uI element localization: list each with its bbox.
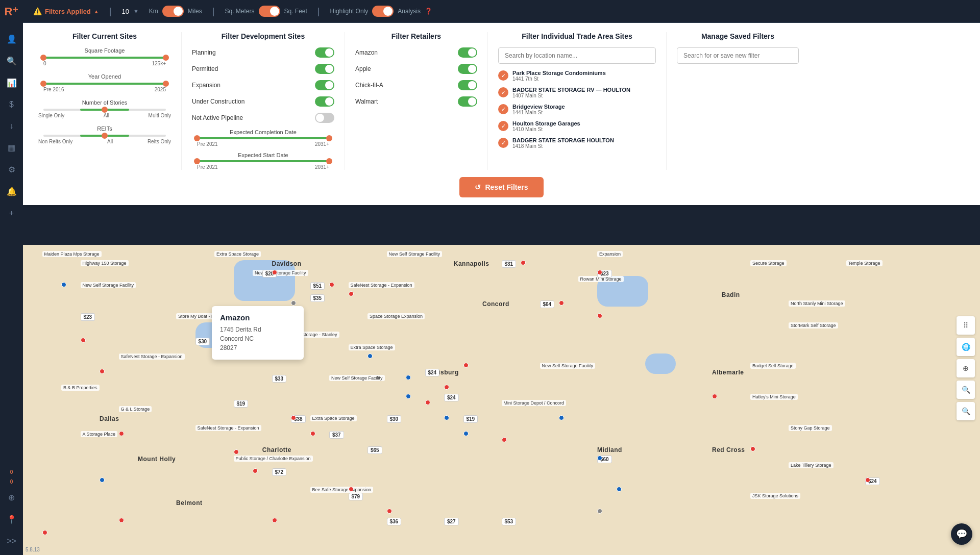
completion-max-thumb[interactable] bbox=[326, 135, 332, 141]
expansion-toggle[interactable] bbox=[315, 80, 334, 90]
map-globe-control[interactable]: 🌐 bbox=[957, 338, 975, 356]
year-min-thumb[interactable] bbox=[40, 81, 46, 87]
sidebar-arrows[interactable]: >> bbox=[3, 533, 20, 550]
pin-16[interactable] bbox=[272, 518, 277, 523]
gray-pin-2[interactable] bbox=[597, 509, 602, 514]
pin-15[interactable] bbox=[387, 509, 392, 514]
amazon-pin-9[interactable] bbox=[61, 282, 66, 287]
sq-footage-track[interactable] bbox=[43, 57, 166, 59]
chickfila-toggle[interactable] bbox=[458, 80, 477, 90]
start-max-thumb[interactable] bbox=[326, 158, 332, 164]
amazon-pin-4[interactable] bbox=[463, 431, 469, 436]
reset-filters-button[interactable]: ↺ Reset Filters bbox=[459, 177, 543, 197]
sidebar-item-layers[interactable]: ⊕ bbox=[4, 489, 19, 507]
pin-18[interactable] bbox=[119, 431, 124, 436]
sidebar-item-settings[interactable]: ⚙ bbox=[4, 161, 19, 179]
trade-check-4[interactable]: ✓ bbox=[498, 138, 508, 148]
planning-toggle[interactable] bbox=[315, 47, 334, 58]
amazon-toggle[interactable] bbox=[458, 47, 477, 58]
completion-track[interactable] bbox=[197, 137, 329, 139]
permitted-toggle[interactable] bbox=[315, 64, 334, 74]
amazon-pin-6[interactable] bbox=[559, 415, 564, 420]
map-grid-control[interactable]: ⠿ bbox=[957, 316, 975, 335]
pin-4[interactable] bbox=[559, 300, 564, 306]
amazon-pin-5[interactable] bbox=[406, 394, 411, 399]
map-store-2: Extra Space Storage bbox=[214, 251, 261, 257]
distance-value[interactable]: 10 bbox=[121, 8, 129, 15]
pin-6[interactable] bbox=[597, 270, 602, 275]
map-crosshair-control[interactable]: ⊕ bbox=[957, 359, 975, 377]
filters-applied-badge[interactable]: ⚠️ Filters Applied ▲ bbox=[33, 7, 99, 15]
chat-button[interactable]: 💬 bbox=[951, 523, 972, 545]
filter-dev-sites: Filter Development Sites Planning Permit… bbox=[181, 32, 345, 170]
map-store-16: Stony Gap Storage bbox=[789, 425, 832, 431]
stories-track[interactable] bbox=[43, 109, 166, 111]
pin-troy[interactable] bbox=[865, 477, 870, 483]
amazon-pin-2[interactable] bbox=[406, 375, 411, 380]
help-icon[interactable]: ❓ bbox=[425, 8, 432, 15]
pin-12[interactable] bbox=[234, 449, 239, 455]
pin-2[interactable] bbox=[329, 282, 334, 287]
trade-check-3[interactable]: ✓ bbox=[498, 121, 508, 131]
year-track[interactable] bbox=[43, 83, 166, 85]
sidebar-item-download[interactable]: ↓ bbox=[6, 117, 18, 135]
pin-5[interactable] bbox=[521, 260, 526, 265]
pin-21[interactable] bbox=[502, 437, 507, 442]
saved-search-input[interactable] bbox=[677, 47, 799, 64]
amazon-pin-8[interactable] bbox=[617, 487, 622, 492]
amazon-pin-3[interactable] bbox=[444, 415, 449, 420]
gray-pin-1[interactable] bbox=[291, 300, 296, 306]
reits-track[interactable] bbox=[43, 135, 166, 137]
pin-11[interactable] bbox=[310, 431, 315, 436]
pin-1[interactable] bbox=[272, 270, 277, 275]
pin-20[interactable] bbox=[81, 338, 86, 343]
trade-search-input[interactable] bbox=[498, 47, 656, 64]
construction-toggle[interactable] bbox=[315, 96, 334, 107]
pin-19[interactable] bbox=[100, 369, 105, 374]
start-track[interactable] bbox=[197, 160, 329, 162]
amazon-pin-10[interactable] bbox=[100, 477, 105, 483]
sidebar-item-grid[interactable]: ▦ bbox=[4, 139, 19, 157]
distance-dropdown[interactable]: ▼ bbox=[133, 8, 139, 14]
trade-check-0[interactable]: ✓ bbox=[498, 70, 508, 81]
pin-9[interactable] bbox=[425, 400, 430, 405]
sqm-sqft-switch[interactable] bbox=[259, 6, 280, 17]
price-33: $33 bbox=[272, 375, 287, 383]
map-zoom-in[interactable]: 🔍 bbox=[957, 381, 975, 399]
pipeline-toggle[interactable] bbox=[315, 113, 334, 123]
sq-footage-min-thumb[interactable] bbox=[40, 55, 46, 61]
pin-amazon[interactable] bbox=[597, 313, 602, 318]
pin-7[interactable] bbox=[463, 363, 469, 368]
sidebar-item-user[interactable]: 👤 bbox=[3, 30, 21, 48]
km-miles-switch[interactable] bbox=[162, 6, 184, 17]
reits-thumb[interactable] bbox=[102, 133, 108, 139]
map-container[interactable]: Davidson Kannapolis Huntersville Concord… bbox=[23, 245, 980, 555]
sidebar-item-dollar[interactable]: $ bbox=[5, 96, 18, 113]
trade-check-2[interactable]: ✓ bbox=[498, 104, 508, 114]
year-max-thumb[interactable] bbox=[163, 81, 169, 87]
sidebar-item-chart[interactable]: 📊 bbox=[3, 74, 21, 92]
amazon-pin-1[interactable] bbox=[368, 354, 373, 359]
pin-14[interactable] bbox=[349, 487, 354, 492]
start-min-thumb[interactable] bbox=[194, 158, 200, 164]
apple-toggle[interactable] bbox=[458, 64, 477, 74]
trade-address-0: 1441 7th St bbox=[512, 76, 656, 82]
pin-13[interactable] bbox=[253, 468, 258, 473]
map-zoom-out[interactable]: 🔍 bbox=[957, 402, 975, 420]
highlight-switch[interactable] bbox=[372, 6, 394, 17]
sidebar-item-plus[interactable]: + bbox=[5, 205, 18, 222]
pin-22[interactable] bbox=[712, 394, 717, 399]
pin-23[interactable] bbox=[750, 446, 755, 451]
stories-thumb[interactable] bbox=[102, 107, 108, 113]
pin-3[interactable] bbox=[349, 291, 354, 296]
trade-check-1[interactable]: ✓ bbox=[498, 87, 508, 97]
sidebar-item-search[interactable]: 🔍 bbox=[3, 52, 21, 70]
sidebar-item-location[interactable]: 📍 bbox=[3, 511, 21, 528]
sidebar-item-bell[interactable]: 🔔 bbox=[3, 183, 21, 200]
pin-8[interactable] bbox=[444, 385, 449, 390]
sq-footage-max-thumb[interactable] bbox=[163, 55, 169, 61]
pin-24[interactable] bbox=[42, 530, 47, 535]
walmart-toggle[interactable] bbox=[458, 96, 477, 107]
completion-min-thumb[interactable] bbox=[194, 135, 200, 141]
pin-17[interactable] bbox=[119, 518, 124, 523]
